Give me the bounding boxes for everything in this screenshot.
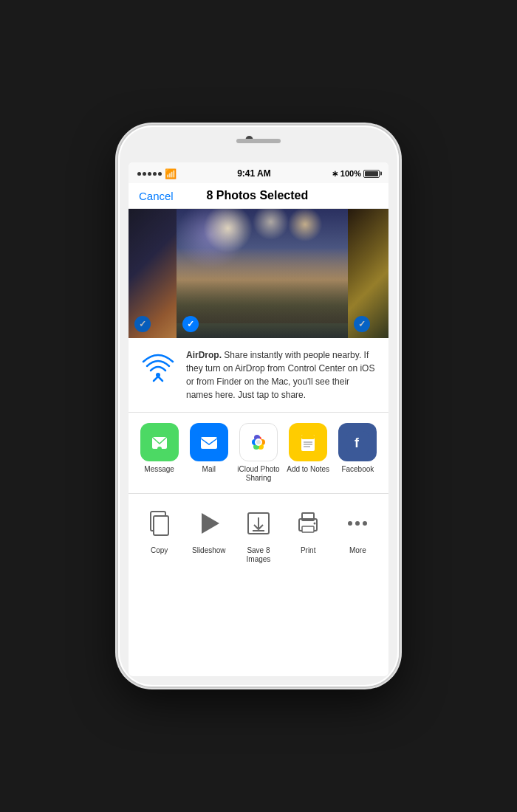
svg-rect-22 xyxy=(154,516,168,535)
signal-dots xyxy=(137,172,162,176)
svg-point-32 xyxy=(355,521,360,526)
svg-rect-29 xyxy=(302,526,314,532)
share-label-notes: Add to Notes xyxy=(287,465,329,474)
battery-pct: 100% xyxy=(340,169,361,178)
battery-tip xyxy=(380,172,382,176)
bluetooth-icon: ∗ xyxy=(332,169,338,179)
more-icon xyxy=(338,504,377,543)
action-item-slideshow[interactable]: Slideshow xyxy=(186,504,232,555)
svg-point-0 xyxy=(156,373,160,377)
airdrop-icon: .ad{fill:none;stroke:#007AFF;stroke-widt… xyxy=(139,348,177,387)
phone-frame: 📶 9:41 AM ∗ 100% Cancel 8 Photos Selecte… xyxy=(118,125,399,687)
action-item-copy[interactable]: Copy xyxy=(137,504,182,555)
svg-point-31 xyxy=(348,521,352,526)
svg-point-33 xyxy=(363,521,367,526)
share-item-message[interactable]: Message xyxy=(137,423,182,474)
action-label-slideshow: Slideshow xyxy=(192,546,226,555)
action-row: Copy Slideshow xyxy=(129,494,388,574)
action-label-print: Print xyxy=(301,546,316,555)
action-item-print[interactable]: Print xyxy=(285,504,331,555)
photo-left[interactable]: ✓ xyxy=(129,209,177,338)
signal-dot-4 xyxy=(153,172,157,176)
svg-text:f: f xyxy=(355,436,360,450)
share-item-notes[interactable]: Add to Notes xyxy=(285,423,331,474)
airdrop-section[interactable]: .ad{fill:none;stroke:#007AFF;stroke-widt… xyxy=(129,338,388,413)
speaker-grille xyxy=(236,139,281,143)
share-label-mail: Mail xyxy=(202,465,216,474)
save-icon xyxy=(239,504,278,543)
checkmark-right: ✓ xyxy=(354,316,370,332)
battery-icon xyxy=(363,170,380,178)
action-label-save: Save 8 Images xyxy=(236,546,281,564)
status-left: 📶 xyxy=(137,168,177,179)
photo-main[interactable]: ✓ xyxy=(177,209,348,338)
action-label-more: More xyxy=(349,546,366,555)
svg-marker-23 xyxy=(202,513,219,534)
airdrop-text: AirDrop. Share instantly with people nea… xyxy=(186,348,378,402)
slideshow-icon xyxy=(190,504,228,543)
action-item-more[interactable]: More xyxy=(335,504,380,555)
status-time: 9:41 AM xyxy=(237,168,271,179)
icloud-icon xyxy=(239,423,278,461)
svg-point-12 xyxy=(256,440,261,444)
share-item-facebook[interactable]: f Facebook xyxy=(335,423,380,474)
signal-dot-1 xyxy=(137,172,141,176)
wifi-icon: 📶 xyxy=(165,168,177,179)
action-label-copy: Copy xyxy=(151,546,168,555)
checkmark-main: ✓ xyxy=(182,316,199,332)
svg-rect-4 xyxy=(201,437,217,449)
page-title: 8 Photos Selected xyxy=(206,189,308,202)
photo-right[interactable]: ✓ xyxy=(348,209,388,338)
notes-icon xyxy=(289,423,327,461)
battery-fill xyxy=(365,171,378,176)
mail-icon xyxy=(190,423,228,461)
svg-rect-15 xyxy=(301,435,315,439)
copy-icon xyxy=(140,504,179,543)
facebook-icon: f xyxy=(338,423,377,461)
share-item-mail[interactable]: Mail xyxy=(186,423,232,474)
checkmark-left: ✓ xyxy=(134,316,151,332)
airdrop-title: AirDrop. xyxy=(186,350,222,360)
share-label-facebook: Facebook xyxy=(341,465,374,474)
share-label-message: Message xyxy=(144,465,174,474)
cancel-button[interactable]: Cancel xyxy=(139,190,174,202)
photos-strip: ✓ ✓ ✓ xyxy=(129,209,388,338)
nav-bar: Cancel 8 Photos Selected xyxy=(129,183,388,209)
phone-screen: 📶 9:41 AM ∗ 100% Cancel 8 Photos Selecte… xyxy=(129,162,388,676)
share-item-icloud[interactable]: iCloud Photo Sharing xyxy=(236,423,281,483)
airdrop-svg: .ad{fill:none;stroke:#007AFF;stroke-widt… xyxy=(140,350,176,385)
action-item-save[interactable]: Save 8 Images xyxy=(236,504,281,564)
message-icon xyxy=(140,423,179,461)
photo-people-overlay xyxy=(177,250,348,323)
signal-dot-2 xyxy=(143,172,146,176)
share-row: Message Mail xyxy=(129,413,388,494)
status-right: ∗ 100% xyxy=(332,169,380,179)
status-bar: 📶 9:41 AM ∗ 100% xyxy=(129,162,388,183)
share-label-icloud: iCloud Photo Sharing xyxy=(236,465,281,483)
signal-dot-5 xyxy=(158,172,162,176)
print-icon xyxy=(289,504,327,543)
signal-dot-3 xyxy=(148,172,151,176)
svg-point-30 xyxy=(314,523,316,525)
